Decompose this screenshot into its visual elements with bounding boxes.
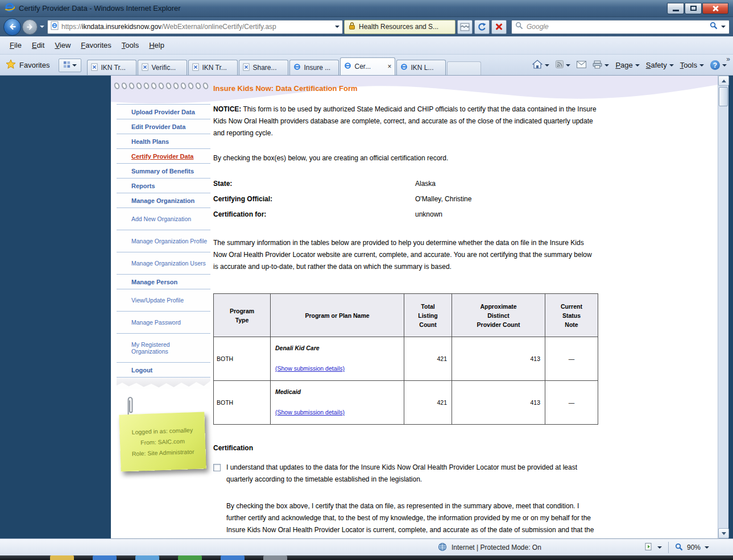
feeds-button[interactable] — [553, 59, 573, 72]
read-mail-button[interactable] — [574, 59, 589, 72]
star-icon — [6, 59, 16, 71]
compatibility-view-button[interactable] — [457, 20, 473, 34]
search-box[interactable] — [511, 20, 730, 34]
scroll-up-button[interactable] — [718, 76, 729, 86]
certificate-name: Health Resources and S... — [359, 23, 438, 31]
tab-close-icon[interactable]: × — [387, 63, 391, 70]
zoom-dropdown[interactable] — [705, 546, 709, 549]
security-zone: Internet | Protected Mode: On — [438, 539, 541, 556]
minimize-button[interactable] — [667, 3, 684, 14]
sidebar-item-my-registered-organizations[interactable]: My Registered Organizations — [117, 334, 210, 363]
maximize-button[interactable] — [685, 3, 702, 14]
tab-verific[interactable]: Verific... — [138, 60, 187, 75]
sidebar-item-upload-provider-data[interactable]: Upload Provider Data — [117, 105, 210, 119]
field-certification-for: Certification for: unknown — [213, 209, 598, 221]
sidebar-item-add-new-organization[interactable]: Add New Organization — [117, 208, 210, 230]
scrollbar-thumb[interactable] — [719, 87, 728, 106]
sidebar-item-manage-organization-users[interactable]: Manage Organization Users — [117, 252, 210, 275]
print-dropdown[interactable] — [604, 64, 609, 67]
tab-ikn-tr-2[interactable]: IKN Tr... — [188, 60, 238, 75]
taskbar-app-icon[interactable] — [135, 555, 159, 560]
show-submission-details-link[interactable]: (Show submission details) — [275, 406, 345, 418]
show-submission-details-link[interactable]: (Show submission details) — [275, 363, 345, 375]
certifying-official-label: Certifying Official: — [213, 193, 415, 205]
taskbar-excel-icon[interactable] — [178, 555, 202, 560]
menu-favorites[interactable]: Favorites — [76, 38, 116, 52]
zoom-magnifier-icon[interactable] — [675, 543, 683, 553]
quick-tabs-button[interactable] — [59, 59, 81, 72]
sidebar-item-health-plans[interactable]: Health Plans — [117, 134, 210, 149]
state-label: State: — [213, 178, 415, 190]
tab-label: Share... — [252, 64, 276, 72]
scroll-down-button[interactable] — [718, 528, 729, 538]
feeds-dropdown[interactable] — [566, 64, 570, 67]
forward-button[interactable] — [22, 19, 38, 35]
refresh-button[interactable] — [474, 20, 490, 34]
safety-menu-button[interactable]: Safety — [643, 59, 677, 71]
close-button[interactable] — [702, 3, 728, 14]
tab-ikn-l[interactable]: IKN L... — [396, 60, 446, 75]
zoom-level[interactable]: 90% — [687, 544, 701, 551]
menu-tools[interactable]: Tools — [117, 38, 144, 52]
zoom-page-dropdown[interactable] — [657, 546, 662, 549]
print-button[interactable] — [590, 59, 612, 72]
sidebar-item-certify-provider-data[interactable]: Certify Provider Data — [117, 149, 210, 164]
sidebar-item-logout[interactable]: Logout — [117, 363, 210, 378]
change-zoom-icon[interactable] — [644, 542, 653, 553]
taskbar-ie-icon[interactable] — [93, 555, 117, 560]
vertical-scrollbar[interactable] — [718, 76, 728, 538]
menu-file[interactable]: File — [5, 38, 27, 52]
sidebar-item-manage-person[interactable]: Manage Person — [117, 275, 210, 289]
command-bar: Page Safety Tools ? — [529, 58, 730, 75]
page-menu-button[interactable]: Page — [612, 59, 642, 71]
search-input[interactable] — [527, 23, 706, 31]
certification-checkbox[interactable] — [213, 464, 221, 471]
certificate-button[interactable]: Health Resources and S... — [344, 20, 455, 34]
tab-insure[interactable]: Insure ... — [289, 60, 339, 75]
menu-bar: File Edit View Favorites Tools Help — [0, 36, 733, 55]
taskbar-folder-icon[interactable] — [50, 555, 74, 560]
sidebar-item-edit-provider-data[interactable]: Edit Provider Data — [117, 119, 210, 134]
sidebar-item-summary-of-benefits[interactable]: Summary of Benefits — [117, 164, 210, 179]
home-button[interactable] — [529, 58, 552, 72]
table-row: BOTH Medicaid (Show submission details) … — [214, 381, 598, 425]
menu-edit[interactable]: Edit — [27, 38, 49, 52]
new-tab-area[interactable] — [447, 61, 481, 75]
quick-tabs-dropdown[interactable] — [72, 64, 77, 67]
close-icon — [711, 5, 719, 13]
sidebar-item-manage-password[interactable]: Manage Password — [117, 312, 210, 334]
tools-menu-button[interactable]: Tools — [677, 59, 707, 71]
toolbar-overflow-icon[interactable]: » — [726, 55, 730, 63]
mail-icon — [577, 61, 586, 70]
menu-view[interactable]: View — [49, 38, 76, 52]
help-dropdown — [722, 64, 727, 67]
tab-certify-active[interactable]: Cer... × — [340, 57, 395, 75]
scroll-up-icon — [722, 80, 726, 82]
taskbar-app-icon[interactable] — [263, 555, 287, 560]
taskbar-app-icon[interactable] — [221, 555, 245, 560]
table-row: BOTH Denali Kid Care (Show submission de… — [214, 337, 598, 381]
home-dropdown[interactable] — [545, 64, 549, 67]
menu-help[interactable]: Help — [144, 38, 169, 52]
row-listing-count: 421 — [404, 337, 452, 381]
search-dropdown[interactable] — [721, 26, 726, 28]
col-header-listing-count: Total Listing Count — [404, 294, 452, 337]
note-role: Role: Site Administrator — [125, 448, 201, 458]
sidebar-item-manage-organization-profile[interactable]: Manage Organization Profile — [117, 230, 210, 252]
url-dropdown[interactable] — [335, 26, 339, 28]
ie-favicon-icon — [293, 63, 301, 72]
favorites-button[interactable]: Favorites — [3, 57, 55, 75]
search-magnifier-icon[interactable] — [710, 22, 718, 32]
stop-icon — [495, 23, 503, 31]
history-dropdown[interactable] — [40, 26, 44, 28]
sidebar-item-manage-organization[interactable]: Manage Organization — [117, 193, 210, 208]
url-field[interactable]: https://ikndata.insurekidsnow.gov/WebExt… — [47, 20, 343, 34]
stop-button[interactable] — [491, 20, 507, 34]
tab-ikn-tr-1[interactable]: IKN Tr... — [87, 60, 136, 75]
sidebar-item-reports[interactable]: Reports — [117, 179, 210, 193]
sidebar-item-view-update-profile[interactable]: View/Update Profile — [117, 289, 210, 312]
address-bar: https://ikndata.insurekidsnow.gov/WebExt… — [0, 17, 733, 36]
tab-share[interactable]: Share... — [239, 60, 288, 75]
field-state: State: Alaska — [213, 178, 598, 190]
back-button[interactable] — [3, 18, 21, 36]
